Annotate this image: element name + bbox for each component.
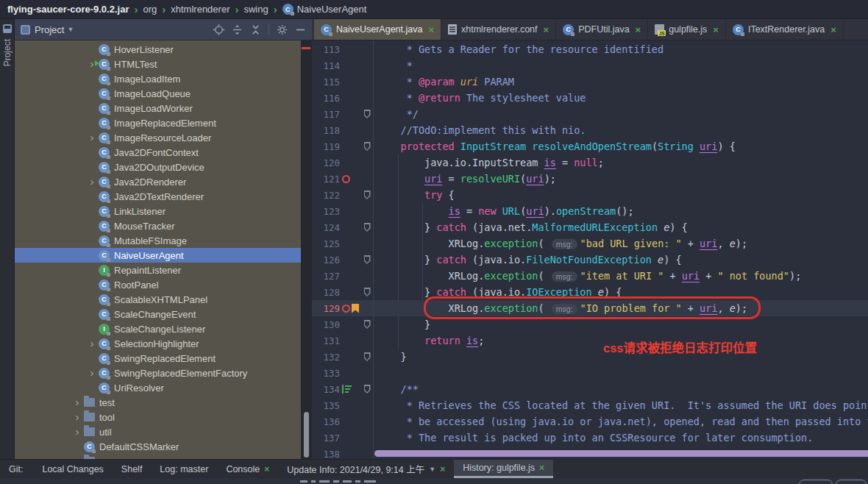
code-line-135[interactable]: 135 * Retrieves the CSS located at the g…: [312, 397, 868, 413]
tree-row-defaultcssmarker[interactable]: CDefaultCSSMarker: [15, 439, 312, 454]
chevron-down-icon[interactable]: ▼: [67, 26, 74, 33]
tree-row-selectionhighlighter[interactable]: ›CSelectionHighlighter: [15, 336, 312, 351]
code-line-116[interactable]: 116 * @return The stylesheet value: [312, 90, 868, 106]
line-number[interactable]: 132: [312, 352, 340, 363]
dropdown-caret-icon[interactable]: ▼: [429, 466, 435, 473]
chevron-right-icon[interactable]: ›: [71, 456, 84, 459]
editor-tab[interactable]: gulpfile.js×: [648, 19, 726, 40]
line-number[interactable]: 133: [312, 368, 340, 379]
tree-row-scalechangeevent[interactable]: CScaleChangeEvent: [15, 307, 312, 321]
expand-all-icon[interactable]: [231, 24, 243, 35]
code-line-131[interactable]: 131 return is;: [312, 332, 868, 349]
editor-tab[interactable]: CNaiveUserAgent.java×: [314, 19, 441, 40]
editor-tab[interactable]: xhtmlrenderer.conf×: [441, 19, 556, 40]
line-number[interactable]: 122: [312, 190, 340, 201]
line-number[interactable]: 116: [312, 93, 340, 104]
chevron-right-icon[interactable]: ›: [71, 427, 84, 437]
tree-row-scalablexhtmlpanel[interactable]: CScalableXHTMLPanel: [15, 292, 312, 307]
bookmark-icon[interactable]: [352, 304, 359, 313]
fold-up-icon[interactable]: [364, 223, 371, 232]
tree-row-mousetracker[interactable]: CMouseTracker: [15, 218, 312, 233]
code-line-124[interactable]: 124 } catch (java.net.MalformedURLExcept…: [312, 219, 868, 235]
tree-row-imageloadworker[interactable]: CImageLoadWorker: [15, 101, 312, 115]
tree-row-util[interactable]: ›util: [15, 424, 312, 439]
bottom-tab-history[interactable]: History: gulpfile.js×: [454, 460, 553, 478]
chevron-right-icon[interactable]: ›: [85, 368, 99, 378]
editor-tab[interactable]: CITextRenderer.java×: [726, 19, 844, 40]
project-panel-title[interactable]: Project: [35, 24, 64, 35]
line-number[interactable]: 113: [312, 44, 340, 55]
code-line-115[interactable]: 115 * @param uri PARAM: [312, 74, 868, 90]
line-number[interactable]: 115: [312, 76, 340, 88]
line-number[interactable]: 135: [312, 400, 340, 411]
bottom-tab-console[interactable]: Console×: [217, 460, 278, 478]
close-icon[interactable]: ×: [440, 464, 445, 474]
tree-row-swingreplacedelementfactory[interactable]: ›CSwingReplacedElementFactory: [15, 366, 312, 380]
line-number[interactable]: 128: [312, 287, 340, 298]
locate-file-icon[interactable]: [213, 24, 224, 35]
tree-row-imagereplacedelement[interactable]: CImageReplacedElement: [15, 115, 312, 130]
gear-icon[interactable]: [276, 24, 288, 35]
code-editor[interactable]: 113 * Gets a Reader for the resource ide…: [312, 40, 868, 459]
code-line-125[interactable]: 125 XRLog.exception( msg:"bad URL given:…: [312, 235, 868, 252]
fold-up-icon[interactable]: [364, 352, 371, 361]
code-line-123[interactable]: 123 is = new URL(uri).openStream();: [312, 203, 868, 219]
clipped-filter-button[interactable]: [836, 480, 867, 484]
tree-row-tool[interactable]: ›tool: [15, 410, 312, 424]
tree-row-linklistener[interactable]: CLinkListener: [15, 204, 312, 218]
project-scrollbar-thumb[interactable]: [304, 412, 309, 458]
tree-row-test[interactable]: ›test: [15, 395, 312, 410]
breadcrumb-root[interactable]: flying-saucer-core-9.0.2.jar: [7, 4, 129, 15]
breadcrumb-item[interactable]: org: [143, 4, 157, 15]
fold-up-icon[interactable]: [364, 255, 371, 264]
close-icon[interactable]: ×: [830, 24, 836, 35]
line-number[interactable]: 129: [312, 303, 340, 314]
tree-row[interactable]: ›: [15, 454, 312, 459]
breakpoint-icon[interactable]: [342, 175, 350, 183]
breadcrumb-item[interactable]: swing: [243, 4, 268, 15]
hide-panel-icon[interactable]: [294, 24, 306, 35]
fold-down-icon[interactable]: [364, 142, 371, 151]
clipped-filter-button[interactable]: [799, 480, 833, 484]
git-label[interactable]: Git:: [9, 460, 23, 478]
chevron-right-icon[interactable]: ›: [85, 177, 99, 187]
bottom-tab-local-changes[interactable]: Local Changes: [33, 460, 112, 478]
line-number[interactable]: 120: [312, 157, 340, 168]
tree-row-java2doutputdevice[interactable]: CJava2DOutputDevice: [15, 160, 312, 174]
tree-row-mutablefsimage[interactable]: CMutableFSImage: [15, 233, 312, 248]
chevron-right-icon[interactable]: ›: [85, 132, 99, 143]
fold-down-icon[interactable]: [364, 385, 371, 394]
line-number[interactable]: 118: [312, 125, 340, 136]
line-number[interactable]: 125: [312, 238, 340, 249]
tree-row-java2dfontcontext[interactable]: CJava2DFontContext: [15, 145, 312, 160]
tree-row-repaintlistener[interactable]: IRepaintListener: [15, 263, 312, 277]
code-line-120[interactable]: 120 java.io.InputStream is = null;: [312, 154, 868, 171]
line-number[interactable]: 130: [312, 319, 340, 330]
code-line-126[interactable]: 126 } catch (java.io.FileNotFoundExcepti…: [312, 252, 868, 268]
line-number[interactable]: 138: [312, 449, 340, 460]
code-line-137[interactable]: 137 * The result is packed up into an CS…: [312, 430, 868, 446]
chevron-right-icon[interactable]: ›: [71, 397, 84, 408]
breadcrumb-class[interactable]: NaiveUserAgent: [297, 4, 367, 15]
line-number[interactable]: 121: [312, 174, 340, 185]
close-icon[interactable]: ×: [713, 24, 719, 35]
bottom-tab-log[interactable]: Log: master: [151, 460, 217, 478]
tree-row-java2drenderer[interactable]: ›CJava2DRenderer: [15, 174, 312, 189]
close-icon[interactable]: ×: [544, 24, 549, 35]
tree-row-imageloaditem[interactable]: CImageLoadItem: [15, 71, 312, 86]
tree-row-java2dtextrenderer[interactable]: CJava2DTextRenderer: [15, 189, 312, 204]
code-line-127[interactable]: 127 XRLog.exception( msg:"item at URI " …: [312, 268, 868, 284]
line-number[interactable]: 119: [312, 141, 340, 152]
fold-down-icon[interactable]: [364, 191, 371, 199]
bottom-tab-shelf[interactable]: Shelf: [113, 460, 152, 478]
project-side-tab[interactable]: Project: [2, 39, 13, 66]
line-number[interactable]: 126: [312, 255, 340, 266]
fold-up-icon[interactable]: [364, 110, 371, 118]
code-line-121[interactable]: 121 uri = resolveURI(uri);: [312, 171, 868, 187]
tree-row-imageresourceloader[interactable]: ›CImageResourceLoader: [15, 130, 312, 145]
code-line-119[interactable]: 119 protected InputStream resolveAndOpen…: [312, 138, 868, 154]
code-line-113[interactable]: 113 * Gets a Reader for the resource ide…: [312, 41, 868, 57]
close-icon[interactable]: ×: [428, 24, 434, 35]
code-line-134[interactable]: 134 /**: [312, 381, 868, 397]
line-number[interactable]: 123: [312, 206, 340, 217]
